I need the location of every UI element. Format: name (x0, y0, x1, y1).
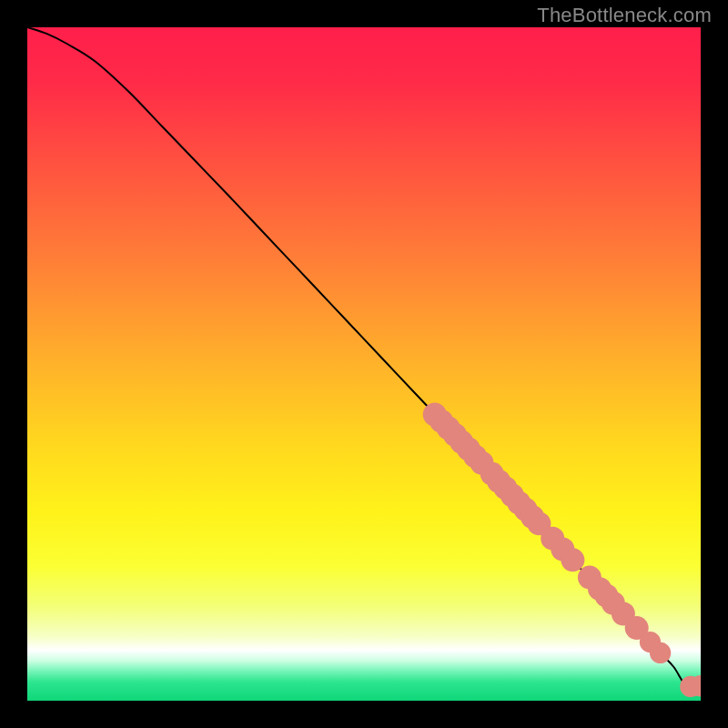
chart-frame: TheBottleneck.com (0, 0, 728, 728)
watermark-text: TheBottleneck.com (537, 4, 712, 27)
data-markers (423, 403, 701, 698)
plot-area (27, 27, 701, 701)
data-marker (561, 548, 584, 571)
data-marker (650, 642, 671, 663)
curve-layer (27, 27, 701, 701)
